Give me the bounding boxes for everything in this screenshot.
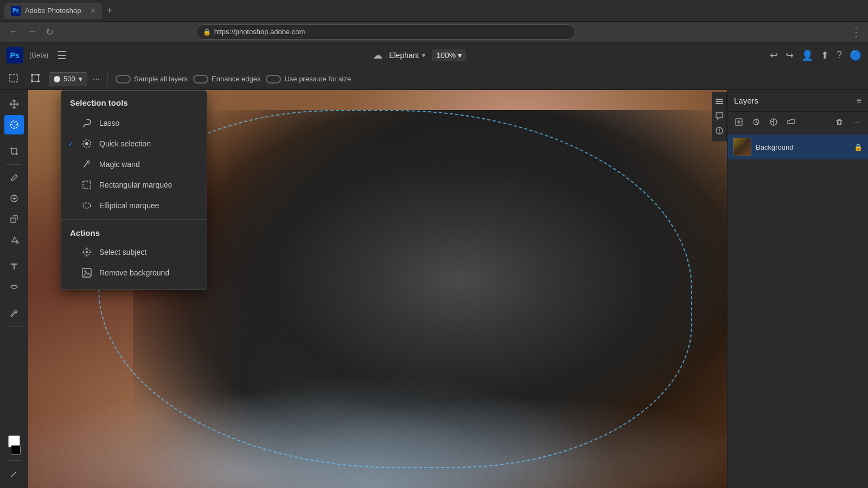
select-subject-item[interactable]: Select subject (61, 242, 207, 262)
new-tab-button[interactable]: + (106, 4, 113, 17)
panel-filter-icon[interactable]: ≡ (857, 96, 861, 106)
move-tool[interactable] (4, 94, 24, 114)
redo-button[interactable]: ↪ (786, 49, 794, 61)
lock-icon: 🔒 (203, 28, 211, 36)
account-button[interactable]: 👤 (801, 49, 813, 61)
main-area: Selection tools Lasso ✓ Quick selection (0, 90, 868, 488)
crop-tool[interactable] (4, 142, 24, 161)
select-subject-icon (81, 246, 93, 258)
header-actions: ↩ ↪ 👤 ⬆ ? 🔵 (770, 49, 861, 61)
left-toolbar (0, 90, 28, 488)
layers-panel-header: Layers ≡ (727, 90, 868, 112)
layer-thumbnail (733, 138, 751, 156)
lasso-icon (81, 117, 93, 129)
svg-point-3 (37, 74, 40, 76)
dropdown-divider (61, 219, 207, 220)
type-tool[interactable] (4, 256, 24, 276)
tool-separator-4 (7, 300, 22, 300)
quick-selection-item[interactable]: ✓ Quick selection (61, 133, 207, 154)
browser-tab[interactable]: Ps Adobe Photoshop × (4, 3, 102, 19)
svg-rect-22 (716, 103, 723, 104)
help-button[interactable]: ? (837, 49, 842, 61)
right-panel: Layers ≡ (727, 90, 868, 488)
selection-dropdown-panel: Selection tools Lasso ✓ Quick selection (61, 90, 207, 290)
use-pressure-switch[interactable] (266, 75, 281, 84)
group-button[interactable] (784, 115, 798, 129)
sample-all-layers-switch[interactable] (116, 75, 131, 84)
document-name-dropdown[interactable]: Elephant ▾ (389, 51, 425, 60)
forward-button[interactable]: → (25, 24, 39, 40)
selection-tool-button[interactable] (5, 71, 22, 87)
enhance-edges-toggle: Enhance edges (193, 75, 260, 84)
svg-point-8 (16, 241, 18, 243)
browser-more-button[interactable]: ⋮ (851, 25, 861, 38)
selection-tool[interactable] (4, 115, 24, 134)
svg-rect-11 (83, 181, 91, 189)
adjustment-layer-button[interactable] (749, 115, 763, 129)
svg-rect-20 (716, 99, 723, 100)
actions-section-title: Actions (61, 223, 207, 242)
address-bar[interactable]: 🔒 https://photoshop.adobe.com (196, 24, 576, 40)
sample-all-layers-toggle: Sample all layers (116, 75, 188, 84)
share-button[interactable]: ⬆ (821, 49, 829, 61)
rectangular-marquee-label: Rectangular marquee (99, 181, 173, 189)
enhance-edges-label: Enhance edges (212, 75, 260, 83)
tool-separator-1 (7, 138, 22, 138)
brush-size-selector[interactable]: 500 ▾ (49, 72, 87, 86)
lasso-tool-item[interactable]: Lasso (61, 113, 207, 133)
avatar-button[interactable]: 🔵 (850, 49, 861, 61)
select-subject-label: Select subject (99, 248, 146, 256)
enhance-edges-switch[interactable] (193, 75, 208, 84)
undo-button[interactable]: ↩ (770, 49, 778, 61)
layer-row-background[interactable]: Background 🔒 (727, 134, 868, 159)
selection-tools-title: Selection tools (61, 91, 207, 113)
layers-list: Background 🔒 (727, 132, 868, 488)
mask-button[interactable] (767, 115, 781, 129)
remove-background-icon (81, 267, 93, 279)
comments-panel-icon[interactable] (714, 111, 724, 123)
back-button[interactable]: ← (7, 24, 21, 40)
ps-tab-icon: Ps (11, 6, 21, 16)
elliptical-marquee-label: Elliptical marquee (99, 201, 159, 210)
beta-tag: (Beta) (29, 51, 48, 59)
layer-lock-icon: 🔒 (854, 143, 863, 151)
paint-bucket-tool[interactable] (4, 230, 24, 249)
svg-point-5 (37, 80, 40, 82)
use-pressure-toggle: Use pressure for size (266, 75, 351, 84)
eyedropper-tool[interactable] (4, 304, 24, 323)
refresh-button[interactable]: ↻ (43, 24, 56, 40)
background-color[interactable] (11, 445, 21, 455)
zoom-level-control[interactable]: 100% ▾ (432, 49, 466, 61)
more-options-button[interactable]: ··· (93, 74, 100, 84)
clone-tool[interactable] (4, 209, 24, 229)
transform-tool-button[interactable] (27, 71, 43, 87)
elliptical-marquee-item[interactable]: Elliptical marquee (61, 195, 207, 216)
ruler-tool[interactable] (4, 464, 24, 484)
remove-background-item[interactable]: Remove background (61, 262, 207, 283)
layer-name: Background (756, 143, 850, 151)
hamburger-menu[interactable]: ☰ (55, 47, 69, 64)
brush-tool[interactable] (4, 168, 24, 188)
layers-panel-icon[interactable] (714, 97, 724, 108)
properties-panel-icon[interactable] (714, 126, 724, 137)
water-splash (28, 329, 727, 488)
browser-chrome: Ps Adobe Photoshop × + (0, 0, 868, 22)
cloud-icon: ☁ (373, 49, 382, 61)
magic-wand-label: Magic wand (99, 160, 140, 169)
tab-close-button[interactable]: × (91, 6, 95, 16)
use-pressure-label: Use pressure for size (284, 75, 351, 83)
lasso-label: Lasso (99, 119, 119, 127)
color-swatches (8, 435, 21, 457)
tool-separator-6 (7, 460, 22, 461)
remove-background-label: Remove background (99, 268, 169, 277)
brush-preview (54, 76, 60, 82)
delete-layer-button[interactable] (832, 115, 846, 129)
warp-tool[interactable] (4, 277, 24, 297)
rectangular-marquee-item[interactable]: Rectangular marquee (61, 175, 207, 195)
add-layer-button[interactable] (732, 115, 746, 129)
canvas-area[interactable]: Selection tools Lasso ✓ Quick selection (28, 90, 727, 488)
magic-wand-item[interactable]: Magic wand (61, 154, 207, 175)
more-layers-button[interactable]: ··· (850, 115, 864, 129)
heal-tool[interactable] (4, 189, 24, 208)
ps-logo: Ps (7, 47, 23, 63)
